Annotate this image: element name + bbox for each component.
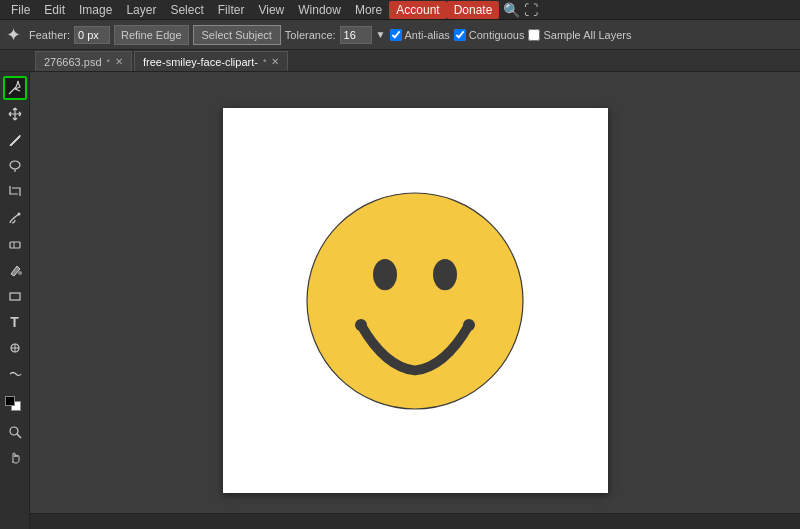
menu-select[interactable]: Select — [163, 1, 210, 19]
svg-point-0 — [17, 81, 19, 83]
svg-point-10 — [433, 259, 457, 290]
menu-view[interactable]: View — [251, 1, 291, 19]
svg-rect-5 — [10, 293, 20, 300]
tab-psd-close[interactable]: ✕ — [115, 56, 123, 67]
svg-point-8 — [307, 193, 523, 409]
pencil-icon — [7, 132, 23, 148]
canvas-area[interactable] — [30, 72, 800, 529]
menu-window[interactable]: Window — [291, 1, 348, 19]
contiguous-checkbox[interactable] — [454, 29, 466, 41]
tool-eraser[interactable] — [3, 232, 27, 256]
sample-all-label: Sample All Layers — [543, 29, 631, 41]
anti-alias-checkbox[interactable] — [390, 29, 402, 41]
menu-bar: File Edit Image Layer Select Filter View… — [0, 0, 800, 20]
tab-smiley-modified: * — [263, 57, 267, 67]
tool-indicator-icon: ✦ — [6, 24, 21, 46]
refine-edge-button[interactable]: Refine Edge — [114, 25, 189, 45]
fill-icon — [7, 262, 23, 278]
feather-input[interactable] — [74, 26, 110, 44]
tool-shape[interactable] — [3, 284, 27, 308]
tool-crop[interactable] — [3, 180, 27, 204]
lasso-icon — [7, 158, 23, 174]
anti-alias-check[interactable]: Anti-alias — [390, 29, 450, 41]
options-toolbar: ✦ Feather: Refine Edge Select Subject To… — [0, 20, 800, 50]
tool-fill[interactable] — [3, 258, 27, 282]
tab-psd[interactable]: 276663.psd * ✕ — [35, 51, 132, 71]
magic-wand-icon — [7, 80, 23, 96]
menu-layer[interactable]: Layer — [119, 1, 163, 19]
zoom-icon — [7, 424, 23, 440]
svg-point-4 — [18, 271, 22, 275]
tool-dodge[interactable] — [3, 336, 27, 360]
menu-filter[interactable]: Filter — [211, 1, 252, 19]
menu-edit[interactable]: Edit — [37, 1, 72, 19]
sample-all-checkbox[interactable] — [528, 29, 540, 41]
dodge-icon — [7, 340, 23, 356]
hand-icon — [7, 450, 23, 466]
smiley-face — [295, 181, 535, 421]
menu-donate[interactable]: Donate — [447, 1, 500, 19]
foreground-background-color[interactable] — [3, 394, 27, 418]
tabs-bar: 276663.psd * ✕ free-smiley-face-clipart-… — [0, 50, 800, 72]
contiguous-label: Contiguous — [469, 29, 525, 41]
tool-text[interactable]: T — [3, 310, 27, 334]
contiguous-check[interactable]: Contiguous — [454, 29, 525, 41]
svg-point-12 — [463, 319, 475, 331]
smudge-icon — [7, 366, 23, 382]
shape-icon — [7, 288, 23, 304]
canvas — [223, 108, 608, 493]
tolerance-label: Tolerance: — [285, 29, 336, 41]
svg-point-7 — [10, 427, 18, 435]
tolerance-dropdown-icon[interactable]: ▼ — [376, 29, 386, 40]
menu-image[interactable]: Image — [72, 1, 119, 19]
svg-point-2 — [17, 213, 20, 216]
tab-psd-label: 276663.psd — [44, 56, 102, 68]
tool-lasso[interactable] — [3, 154, 27, 178]
crop-icon — [7, 184, 23, 200]
sample-all-check[interactable]: Sample All Layers — [528, 29, 631, 41]
svg-point-11 — [355, 319, 367, 331]
search-icon[interactable]: 🔍 — [503, 2, 520, 18]
tool-move[interactable] — [3, 102, 27, 126]
menu-file[interactable]: File — [4, 1, 37, 19]
tab-psd-modified: * — [107, 57, 111, 67]
status-bar — [30, 513, 800, 529]
move-icon — [7, 106, 23, 122]
feather-label: Feather: — [29, 29, 70, 41]
tab-smiley-label: free-smiley-face-clipart- — [143, 56, 258, 68]
svg-point-1 — [10, 161, 20, 169]
tool-magic-wand[interactable] — [3, 76, 27, 100]
eraser-icon — [7, 236, 23, 252]
tool-pencil[interactable] — [3, 128, 27, 152]
anti-alias-label: Anti-alias — [405, 29, 450, 41]
fullscreen-icon[interactable]: ⛶ — [524, 2, 538, 18]
menu-more[interactable]: More — [348, 1, 389, 19]
tool-brush[interactable] — [3, 206, 27, 230]
tab-smiley-close[interactable]: ✕ — [271, 56, 279, 67]
tolerance-input[interactable] — [340, 26, 372, 44]
brush-icon — [7, 210, 23, 226]
select-subject-button[interactable]: Select Subject — [193, 25, 281, 45]
left-toolbar: T — [0, 72, 30, 529]
tool-smudge[interactable] — [3, 362, 27, 386]
tool-hand[interactable] — [3, 446, 27, 470]
main-area: T — [0, 72, 800, 529]
menu-account[interactable]: Account — [389, 1, 446, 19]
tab-smiley[interactable]: free-smiley-face-clipart- * ✕ — [134, 51, 288, 71]
svg-rect-3 — [10, 242, 20, 248]
tool-zoom[interactable] — [3, 420, 27, 444]
svg-point-9 — [373, 259, 397, 290]
